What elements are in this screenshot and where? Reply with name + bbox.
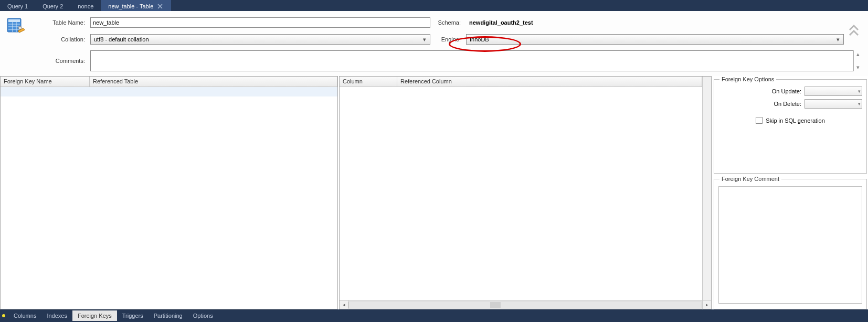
tab-foreign-keys[interactable]: Foreign Keys: [72, 310, 117, 321]
on-delete-label: On Delete:: [765, 101, 801, 107]
tab-label: Options: [193, 313, 213, 319]
collapse-icon[interactable]: [849, 24, 859, 38]
on-update-select[interactable]: ▾: [805, 87, 862, 96]
foreign-keys-editor: Foreign Key Name Referenced Table Column…: [0, 76, 868, 309]
tab-label: Indexes: [47, 313, 67, 319]
tab-partitioning[interactable]: Partitioning: [149, 310, 188, 321]
tab-columns[interactable]: Columns: [8, 310, 41, 321]
fk-options-legend: Foreign Key Options: [719, 76, 776, 82]
scroll-left-icon[interactable]: ◂: [340, 300, 348, 309]
chevron-down-icon: ▾: [858, 101, 861, 106]
scroll-right-icon[interactable]: ▸: [702, 300, 711, 309]
fk-options-group: Foreign Key Options On Update: ▾ On Dele…: [714, 76, 867, 174]
close-icon[interactable]: [156, 3, 164, 10]
tab-label: Query 2: [43, 3, 63, 9]
col-fk-name[interactable]: Foreign Key Name: [1, 77, 90, 87]
table-icon: [6, 16, 25, 35]
tab-indexes[interactable]: Indexes: [41, 310, 72, 321]
fk-comment-textarea[interactable]: [718, 186, 862, 304]
collation-label: Collation:: [30, 36, 88, 42]
fk-list-body[interactable]: [1, 87, 337, 309]
chevron-down-icon: ▾: [834, 36, 842, 43]
tab-query2[interactable]: Query 2: [35, 0, 70, 11]
schema-value: newdigital_oauth2_test: [466, 19, 844, 26]
schema-label: Schema:: [432, 19, 464, 26]
tab-label: nonce: [78, 3, 93, 9]
comments-textarea[interactable]: [90, 50, 853, 71]
editor-tabs: Columns Indexes Foreign Keys Triggers Pa…: [0, 309, 868, 322]
skip-sql-checkbox[interactable]: [756, 117, 763, 124]
table-row[interactable]: [1, 87, 337, 96]
fk-comment-group: Foreign Key Comment: [714, 176, 867, 309]
fk-comment-legend: Foreign Key Comment: [719, 176, 781, 182]
table-name-label: Table Name:: [30, 19, 88, 26]
tab-nonce[interactable]: nonce: [70, 0, 101, 11]
tab-label: Query 1: [7, 3, 28, 9]
fk-columns-header: Column Referenced Column: [340, 77, 702, 87]
col-referenced-table[interactable]: Referenced Table: [90, 77, 337, 87]
fk-columns-panel: Column Referenced Column ◂ ▸: [339, 76, 712, 309]
chevron-down-icon: ▾: [858, 89, 861, 94]
fk-side-panel: Foreign Key Options On Update: ▾ On Dele…: [713, 76, 868, 309]
tab-label: new_table - Table: [108, 3, 153, 9]
svg-rect-1: [8, 19, 20, 22]
collation-value: utf8 - default collation: [94, 36, 149, 42]
table-header-form: Table Name: Schema: newdigital_oauth2_te…: [0, 11, 868, 76]
comments-label: Comments:: [30, 58, 88, 64]
fk-list-panel: Foreign Key Name Referenced Table: [0, 76, 338, 309]
tab-label: Partitioning: [154, 313, 183, 319]
tab-label: Columns: [14, 313, 36, 319]
tab-options[interactable]: Options: [188, 310, 218, 321]
engine-label: Engine:: [432, 36, 464, 42]
on-update-label: On Update:: [765, 88, 801, 94]
chevron-down-icon: ▾: [420, 36, 429, 43]
col-column[interactable]: Column: [340, 77, 397, 87]
tab-label: Triggers: [122, 313, 143, 319]
skip-sql-label: Skip in SQL generation: [766, 117, 825, 124]
document-tabs: Query 1 Query 2 nonce new_table - Table: [0, 0, 868, 11]
engine-select[interactable]: InnoDB ▾: [466, 34, 844, 45]
collation-select[interactable]: utf8 - default collation ▾: [90, 34, 430, 45]
tab-label: Foreign Keys: [78, 313, 112, 319]
tab-triggers[interactable]: Triggers: [117, 310, 149, 321]
tab-query1[interactable]: Query 1: [0, 0, 35, 11]
svg-point-7: [18, 26, 22, 29]
status-dot-icon: [2, 314, 5, 317]
tab-new-table[interactable]: new_table - Table: [101, 0, 171, 11]
comments-scrollbar[interactable]: ▴▾: [853, 50, 862, 71]
col-referenced-column[interactable]: Referenced Column: [397, 77, 702, 87]
fk-list-header: Foreign Key Name Referenced Table: [1, 77, 337, 87]
vertical-scrollbar[interactable]: [702, 77, 711, 300]
on-delete-select[interactable]: ▾: [805, 99, 862, 109]
table-name-input[interactable]: [90, 17, 430, 28]
horizontal-scrollbar[interactable]: ◂ ▸: [340, 300, 711, 309]
fk-columns-body[interactable]: [340, 87, 702, 300]
engine-value: InnoDB: [470, 36, 489, 42]
